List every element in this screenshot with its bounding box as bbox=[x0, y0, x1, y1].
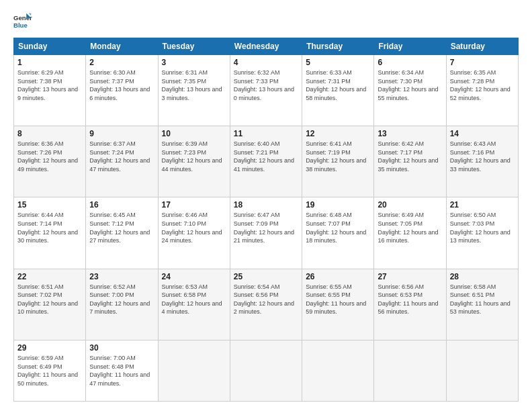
day-info: Sunrise: 6:39 AMSunset: 7:23 PMDaylight:… bbox=[162, 140, 222, 173]
day-number: 27 bbox=[378, 272, 442, 281]
weekday-header: Saturday bbox=[446, 38, 518, 55]
calendar-day-cell: 22 Sunrise: 6:51 AMSunset: 7:02 PMDaylig… bbox=[14, 269, 86, 340]
calendar-day-cell: 24 Sunrise: 6:53 AMSunset: 6:58 PMDaylig… bbox=[158, 269, 230, 340]
day-info: Sunrise: 6:40 AMSunset: 7:21 PMDaylight:… bbox=[234, 140, 294, 173]
day-info: Sunrise: 6:43 AMSunset: 7:16 PMDaylight:… bbox=[450, 140, 511, 173]
day-info: Sunrise: 6:56 AMSunset: 6:53 PMDaylight:… bbox=[378, 283, 438, 316]
day-number: 19 bbox=[306, 200, 370, 210]
day-info: Sunrise: 6:51 AMSunset: 7:02 PMDaylight:… bbox=[17, 283, 78, 316]
day-info: Sunrise: 6:50 AMSunset: 7:03 PMDaylight:… bbox=[450, 212, 511, 244]
day-number: 28 bbox=[450, 272, 515, 281]
day-info: Sunrise: 6:54 AMSunset: 6:56 PMDaylight:… bbox=[234, 283, 294, 316]
day-number: 12 bbox=[306, 129, 370, 138]
day-number: 16 bbox=[89, 200, 154, 210]
calendar-day-cell: 16 Sunrise: 6:45 AMSunset: 7:12 PMDaylig… bbox=[86, 197, 158, 269]
day-number: 8 bbox=[17, 129, 82, 138]
day-info: Sunrise: 6:46 AMSunset: 7:10 PMDaylight:… bbox=[162, 212, 222, 244]
calendar-day-cell bbox=[158, 340, 230, 401]
day-number: 15 bbox=[17, 200, 82, 210]
calendar-day-cell bbox=[374, 340, 446, 401]
day-info: Sunrise: 6:42 AMSunset: 7:17 PMDaylight:… bbox=[378, 140, 438, 173]
day-info: Sunrise: 6:44 AMSunset: 7:14 PMDaylight:… bbox=[17, 212, 78, 244]
calendar-day-cell: 10 Sunrise: 6:39 AMSunset: 7:23 PMDaylig… bbox=[158, 126, 230, 197]
day-info: Sunrise: 6:45 AMSunset: 7:12 PMDaylight:… bbox=[89, 212, 150, 244]
day-number: 22 bbox=[17, 272, 82, 281]
calendar-day-cell: 7 Sunrise: 6:35 AMSunset: 7:28 PMDayligh… bbox=[446, 55, 518, 126]
calendar-day-cell: 3 Sunrise: 6:31 AMSunset: 7:35 PMDayligh… bbox=[158, 55, 230, 126]
day-number: 2 bbox=[89, 58, 154, 67]
calendar-day-cell: 1 Sunrise: 6:29 AMSunset: 7:38 PMDayligh… bbox=[14, 55, 86, 126]
calendar-day-cell: 8 Sunrise: 6:36 AMSunset: 7:26 PMDayligh… bbox=[14, 126, 86, 197]
calendar-day-cell: 23 Sunrise: 6:52 AMSunset: 7:00 PMDaylig… bbox=[86, 269, 158, 340]
weekday-header: Sunday bbox=[14, 38, 86, 55]
calendar-week-row: 22 Sunrise: 6:51 AMSunset: 7:02 PMDaylig… bbox=[14, 269, 519, 340]
day-info: Sunrise: 6:53 AMSunset: 6:58 PMDaylight:… bbox=[162, 283, 222, 316]
calendar-day-cell: 12 Sunrise: 6:41 AMSunset: 7:19 PMDaylig… bbox=[302, 126, 374, 197]
calendar-week-row: 29 Sunrise: 6:59 AMSunset: 6:49 PMDaylig… bbox=[14, 340, 519, 401]
calendar-week-row: 8 Sunrise: 6:36 AMSunset: 7:26 PMDayligh… bbox=[14, 126, 519, 197]
logo: General Blue bbox=[13, 12, 32, 31]
calendar-day-cell: 14 Sunrise: 6:43 AMSunset: 7:16 PMDaylig… bbox=[446, 126, 518, 197]
day-number: 5 bbox=[306, 58, 370, 67]
day-number: 23 bbox=[89, 272, 154, 281]
calendar-day-cell: 13 Sunrise: 6:42 AMSunset: 7:17 PMDaylig… bbox=[374, 126, 446, 197]
calendar-day-cell bbox=[230, 340, 302, 401]
day-info: Sunrise: 6:58 AMSunset: 6:51 PMDaylight:… bbox=[450, 283, 511, 316]
day-info: Sunrise: 6:36 AMSunset: 7:26 PMDaylight:… bbox=[17, 140, 78, 173]
weekday-header: Friday bbox=[374, 38, 446, 55]
day-info: Sunrise: 6:49 AMSunset: 7:05 PMDaylight:… bbox=[378, 212, 438, 244]
day-number: 4 bbox=[234, 58, 298, 67]
page: General Blue SundayMondayTuesdayWednesda… bbox=[0, 0, 532, 411]
day-info: Sunrise: 6:48 AMSunset: 7:07 PMDaylight:… bbox=[306, 212, 366, 244]
weekday-header: Thursday bbox=[302, 38, 374, 55]
day-number: 10 bbox=[162, 129, 226, 138]
calendar-day-cell: 18 Sunrise: 6:47 AMSunset: 7:09 PMDaylig… bbox=[230, 197, 302, 269]
logo-icon: General Blue bbox=[13, 12, 32, 31]
calendar-day-cell: 29 Sunrise: 6:59 AMSunset: 6:49 PMDaylig… bbox=[14, 340, 86, 401]
day-number: 1 bbox=[17, 58, 82, 67]
calendar-day-cell: 19 Sunrise: 6:48 AMSunset: 7:07 PMDaylig… bbox=[302, 197, 374, 269]
calendar-day-cell: 15 Sunrise: 6:44 AMSunset: 7:14 PMDaylig… bbox=[14, 197, 86, 269]
day-info: Sunrise: 6:59 AMSunset: 6:49 PMDaylight:… bbox=[17, 355, 78, 387]
day-number: 13 bbox=[378, 129, 442, 138]
weekday-header: Monday bbox=[86, 38, 158, 55]
day-number: 9 bbox=[89, 129, 154, 138]
day-info: Sunrise: 6:41 AMSunset: 7:19 PMDaylight:… bbox=[306, 140, 366, 173]
calendar-day-cell: 6 Sunrise: 6:34 AMSunset: 7:30 PMDayligh… bbox=[374, 55, 446, 126]
day-number: 29 bbox=[17, 343, 82, 353]
day-info: Sunrise: 6:32 AMSunset: 7:33 PMDaylight:… bbox=[234, 69, 294, 101]
weekday-header: Wednesday bbox=[230, 38, 302, 55]
day-number: 20 bbox=[378, 200, 442, 210]
calendar-day-cell bbox=[446, 340, 518, 401]
day-number: 14 bbox=[450, 129, 515, 138]
day-info: Sunrise: 6:30 AMSunset: 7:37 PMDaylight:… bbox=[89, 69, 150, 101]
calendar-day-cell: 21 Sunrise: 6:50 AMSunset: 7:03 PMDaylig… bbox=[446, 197, 518, 269]
day-number: 11 bbox=[234, 129, 298, 138]
calendar-day-cell: 27 Sunrise: 6:56 AMSunset: 6:53 PMDaylig… bbox=[374, 269, 446, 340]
calendar-week-row: 1 Sunrise: 6:29 AMSunset: 7:38 PMDayligh… bbox=[14, 55, 519, 126]
calendar-week-row: 15 Sunrise: 6:44 AMSunset: 7:14 PMDaylig… bbox=[14, 197, 519, 269]
day-info: Sunrise: 6:33 AMSunset: 7:31 PMDaylight:… bbox=[306, 69, 366, 101]
day-number: 18 bbox=[234, 200, 298, 210]
day-info: Sunrise: 6:35 AMSunset: 7:28 PMDaylight:… bbox=[450, 69, 511, 101]
calendar-day-cell: 26 Sunrise: 6:55 AMSunset: 6:55 PMDaylig… bbox=[302, 269, 374, 340]
calendar-day-cell: 25 Sunrise: 6:54 AMSunset: 6:56 PMDaylig… bbox=[230, 269, 302, 340]
day-number: 7 bbox=[450, 58, 515, 67]
header: General Blue bbox=[13, 12, 519, 31]
day-number: 30 bbox=[89, 343, 154, 353]
calendar-day-cell: 11 Sunrise: 6:40 AMSunset: 7:21 PMDaylig… bbox=[230, 126, 302, 197]
calendar-day-cell: 4 Sunrise: 6:32 AMSunset: 7:33 PMDayligh… bbox=[230, 55, 302, 126]
day-info: Sunrise: 7:00 AMSunset: 6:48 PMDaylight:… bbox=[89, 355, 150, 387]
calendar-table: SundayMondayTuesdayWednesdayThursdayFrid… bbox=[13, 38, 519, 402]
day-info: Sunrise: 6:52 AMSunset: 7:00 PMDaylight:… bbox=[89, 283, 150, 316]
day-number: 3 bbox=[162, 58, 226, 67]
calendar-day-cell: 5 Sunrise: 6:33 AMSunset: 7:31 PMDayligh… bbox=[302, 55, 374, 126]
calendar-day-cell: 20 Sunrise: 6:49 AMSunset: 7:05 PMDaylig… bbox=[374, 197, 446, 269]
day-number: 21 bbox=[450, 200, 515, 210]
day-info: Sunrise: 6:31 AMSunset: 7:35 PMDaylight:… bbox=[162, 69, 222, 101]
calendar-day-cell: 2 Sunrise: 6:30 AMSunset: 7:37 PMDayligh… bbox=[86, 55, 158, 126]
day-info: Sunrise: 6:55 AMSunset: 6:55 PMDaylight:… bbox=[306, 283, 366, 316]
day-number: 24 bbox=[162, 272, 226, 281]
day-number: 25 bbox=[234, 272, 298, 281]
calendar-day-cell: 30 Sunrise: 7:00 AMSunset: 6:48 PMDaylig… bbox=[86, 340, 158, 401]
